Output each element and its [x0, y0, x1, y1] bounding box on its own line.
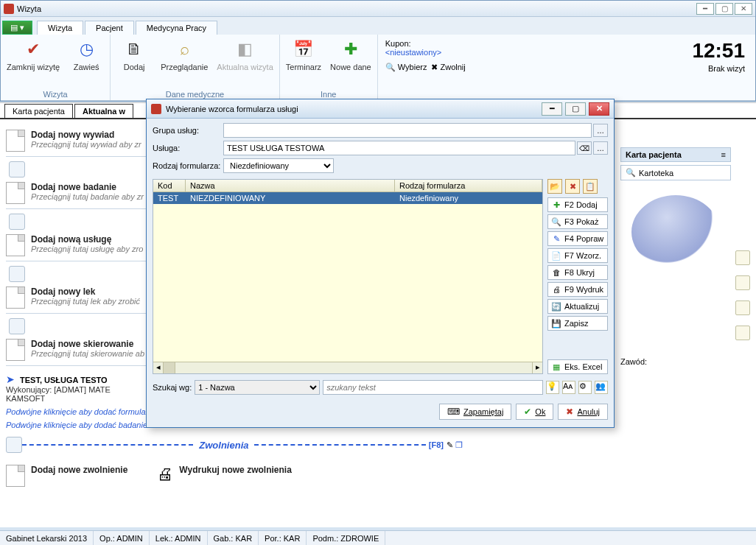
- close-visit-button[interactable]: ✔ Zamknij wizytę: [7, 38, 60, 71]
- grid-header: Kod Nazwa Rodzaj formularza: [153, 180, 542, 192]
- dialog-titlebar[interactable]: Wybieranie wzorca formularza usługi ━ ▢ …: [147, 99, 614, 119]
- right-panel: Karta pacjenta ≡ 🔍 Kartoteka Zawód:: [620, 147, 731, 366]
- document-icon: 🗎: [122, 38, 146, 61]
- grid-scrollbar[interactable]: ◂ ▸: [153, 362, 542, 373]
- grupa-lookup-button[interactable]: …: [593, 124, 608, 137]
- tab-medycyna[interactable]: Medycyna Pracy: [136, 21, 217, 35]
- kupon-wybierz-button[interactable]: 🔍 Wybierz: [385, 63, 427, 72]
- tool-icon-4[interactable]: [735, 326, 750, 340]
- results-grid[interactable]: Kod Nazwa Rodzaj formularza TEST NIEZDEF…: [153, 179, 543, 374]
- tab-wizyta[interactable]: Wizyta: [37, 21, 83, 35]
- f3-pokaz-button[interactable]: 🔍F3 Pokaż: [547, 214, 608, 229]
- dialog-minimize-button[interactable]: ━: [542, 102, 562, 116]
- filter-icon[interactable]: ⚙: [578, 381, 592, 394]
- rodzaj-label: Rodzaj formularza:: [153, 161, 223, 170]
- calendar-icon: 📅: [292, 38, 315, 61]
- f8-ukryj-button[interactable]: 🗑F8 Ukryj: [547, 265, 608, 280]
- dialog-bottom-buttons: ⌨Zapamiętaj ✔Ok ✖Anuluj: [147, 401, 614, 427]
- tool-icon-1[interactable]: [735, 250, 750, 265]
- anuluj-button[interactable]: ✖Anuluj: [558, 404, 608, 420]
- print-zwolnienia[interactable]: 🖨 Wydrukuj nowe zwolnienia: [157, 465, 291, 491]
- edit-icon[interactable]: ✎: [447, 440, 453, 450]
- document-icon: [6, 182, 25, 204]
- side-icon-del[interactable]: ✖: [565, 179, 580, 194]
- clock-sub: Brak wizyt: [692, 64, 745, 73]
- statusbar: Gabinet Lekarski 2013 Op.: ADMIN Lek.: A…: [0, 530, 756, 545]
- usluga-label: Usługa:: [153, 144, 223, 152]
- zapamietaj-button[interactable]: ⌨Zapamiętaj: [439, 404, 511, 420]
- side-icon-copy[interactable]: 📋: [583, 179, 598, 194]
- suspend-visit-button[interactable]: ◷ Zawieś: [69, 38, 104, 71]
- menu-icon[interactable]: ≡: [721, 150, 726, 159]
- arrow-icon: ➤: [6, 373, 15, 385]
- aa-icon[interactable]: Aᴀ: [562, 381, 575, 394]
- app-icon: [4, 4, 14, 14]
- chip-icon[interactable]: [9, 266, 25, 282]
- maximize-button[interactable]: ▢: [715, 3, 733, 15]
- tool-icon-2[interactable]: [735, 275, 750, 290]
- f2-dodaj-button[interactable]: ✚F2 Dodaj: [547, 197, 608, 212]
- usluga-lookup-button[interactable]: …: [593, 141, 608, 155]
- minimize-button[interactable]: ━: [696, 3, 714, 15]
- col-rodzaj[interactable]: Rodzaj formularza: [395, 180, 542, 191]
- browse-button[interactable]: ⌕ Przeglądanie: [161, 38, 208, 71]
- usluga-input[interactable]: [223, 141, 575, 155]
- search-by-select[interactable]: 1 - Nazwa: [195, 380, 320, 395]
- document-icon: [6, 465, 25, 487]
- ok-button[interactable]: ✔Ok: [516, 404, 553, 420]
- terminarz-button[interactable]: 📅 Terminarz: [286, 38, 321, 71]
- tab-pacjent[interactable]: Pacjent: [85, 21, 134, 35]
- status-lek: Lek.: ADMIN: [150, 531, 208, 545]
- visit-icon: ◧: [234, 38, 257, 61]
- zwolnienia-header: Zwolnienia [F8] ✎ ❐: [6, 437, 463, 453]
- f7-wzorz-button[interactable]: 📄F7 Wzorz.: [547, 248, 608, 263]
- side-icon-open[interactable]: 📂: [547, 179, 562, 194]
- ribbon-group-dane: 🗎 Dodaj ⌕ Przeglądanie ◧ Aktualna wizyta…: [111, 35, 280, 100]
- grid-row[interactable]: TEST NIEZDEFINIOWANY Niezdefiniowany: [153, 192, 542, 204]
- right-toolbar: [735, 250, 750, 340]
- dialog-close-button[interactable]: ✕: [589, 102, 609, 116]
- aktualizuj-button[interactable]: 🔄Aktualizuj: [547, 299, 608, 314]
- side-buttons: 📂 ✖ 📋 ✚F2 Dodaj 🔍F3 Pokaż ✎F4 Popraw 📄F7…: [547, 179, 608, 374]
- tab-karta-pacjenta[interactable]: Karta pacjenta: [4, 104, 73, 118]
- ribbon-tabs: ▤ ▾ Wizyta Pacjent Medycyna Pracy: [1, 17, 755, 35]
- kupon-value-link[interactable]: <nieustawiony>: [385, 48, 466, 57]
- current-visit-button: ◧ Aktualna wizyta: [217, 38, 273, 71]
- people-icon[interactable]: 👥: [595, 381, 608, 394]
- eks-excel-button[interactable]: ▦Eks. Excel: [547, 359, 608, 374]
- zwol-icon[interactable]: [6, 437, 22, 453]
- kupon-zwolnij-button[interactable]: ✖ Zwolnij: [431, 63, 465, 72]
- dialog-form: Grupa usług: … Usługa: ⌫… Rodzaj formula…: [147, 119, 614, 177]
- main-titlebar: Wizyta ━ ▢ ✕: [1, 1, 755, 17]
- f9-wydruk-button[interactable]: 🖨F9 Wydruk: [547, 282, 608, 297]
- clock-panel: 12:51 Brak wizyt: [662, 35, 755, 100]
- f4-popraw-button[interactable]: ✎F4 Popraw: [547, 231, 608, 246]
- main-window: Wizyta ━ ▢ ✕ ▤ ▾ Wizyta Pacjent Medycyna…: [0, 0, 756, 102]
- chip-icon[interactable]: [9, 214, 25, 230]
- window-icon[interactable]: ❐: [455, 440, 463, 450]
- search-input[interactable]: [323, 380, 543, 395]
- search-row: Szukaj wg: 1 - Nazwa 💡 Aᴀ ⚙ 👥: [147, 377, 614, 401]
- tab-aktualna[interactable]: Aktualna w: [74, 104, 133, 118]
- kupon-panel: Kupon: <nieustawiony> 🔍 Wybierz ✖ Zwolni…: [378, 35, 473, 100]
- rodzaj-select[interactable]: Niezdefiniowany: [223, 158, 334, 173]
- usluga-clear-button[interactable]: ⌫: [577, 141, 592, 155]
- grupa-input[interactable]: [223, 123, 592, 138]
- tool-icon-3[interactable]: [735, 300, 750, 315]
- kartoteka-item[interactable]: 🔍 Kartoteka: [620, 165, 731, 180]
- chip-icon[interactable]: [9, 318, 25, 334]
- chip-icon[interactable]: [9, 161, 25, 177]
- plus-icon: ✚: [339, 38, 363, 61]
- file-menu-button[interactable]: ▤ ▾: [2, 21, 32, 35]
- entry-zwolnienie[interactable]: Dodaj nowe zwolnienie: [6, 465, 127, 491]
- dialog-maximize-button[interactable]: ▢: [565, 102, 586, 116]
- bulb-icon[interactable]: 💡: [546, 381, 559, 394]
- zapisz-button[interactable]: 💾Zapisz: [547, 316, 608, 331]
- clock-icon: ◷: [74, 38, 98, 61]
- search-icon: 🔍: [626, 168, 636, 177]
- add-button[interactable]: 🗎 Dodaj: [116, 38, 152, 71]
- col-kod[interactable]: Kod: [153, 180, 186, 191]
- col-nazwa[interactable]: Nazwa: [186, 180, 395, 191]
- nowe-dane-button[interactable]: ✚ Nowe dane: [330, 38, 371, 71]
- close-button[interactable]: ✕: [735, 3, 752, 15]
